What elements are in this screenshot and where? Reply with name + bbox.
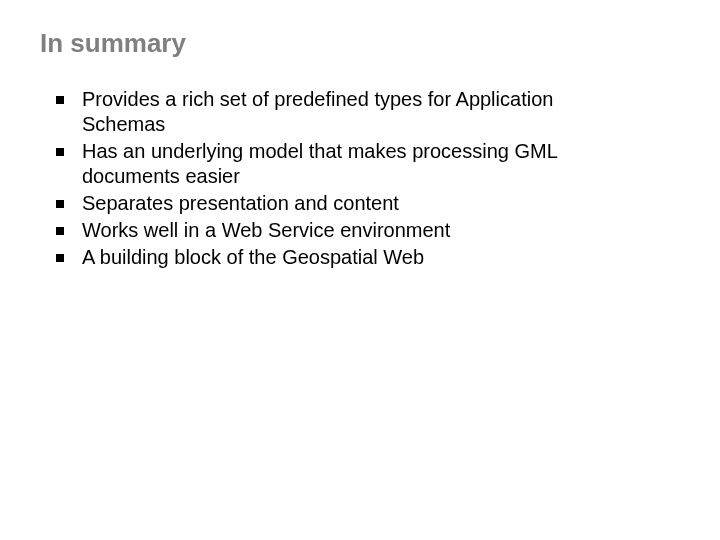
slide-title: In summary bbox=[40, 28, 680, 59]
bullet-text: Separates presentation and content bbox=[82, 191, 680, 216]
square-bullet-icon bbox=[56, 200, 64, 208]
bullet-text: Works well in a Web Service environment bbox=[82, 218, 680, 243]
bullet-list: Provides a rich set of predefined types … bbox=[40, 87, 680, 270]
bullet-text: Provides a rich set of predefined types … bbox=[82, 87, 680, 137]
list-item: Has an underlying model that makes proce… bbox=[56, 139, 680, 189]
bullet-text: Has an underlying model that makes proce… bbox=[82, 139, 680, 189]
square-bullet-icon bbox=[56, 227, 64, 235]
list-item: Provides a rich set of predefined types … bbox=[56, 87, 680, 137]
list-item: Separates presentation and content bbox=[56, 191, 680, 216]
square-bullet-icon bbox=[56, 254, 64, 262]
list-item: Works well in a Web Service environment bbox=[56, 218, 680, 243]
square-bullet-icon bbox=[56, 148, 64, 156]
square-bullet-icon bbox=[56, 96, 64, 104]
bullet-text: A building block of the Geospatial Web bbox=[82, 245, 680, 270]
list-item: A building block of the Geospatial Web bbox=[56, 245, 680, 270]
